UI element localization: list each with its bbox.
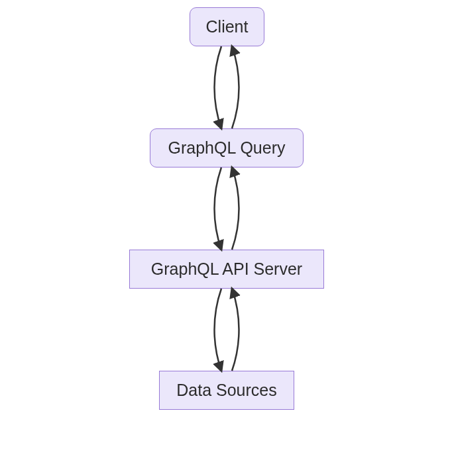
edge-client-to-query <box>215 46 222 128</box>
graphql-flow-diagram: Client GraphQL Query GraphQL API Server … <box>0 0 452 476</box>
edge-server-to-data <box>215 289 222 371</box>
node-client: Client <box>190 7 264 46</box>
node-data: Data Sources <box>159 371 294 410</box>
edge-server-to-query <box>232 167 239 250</box>
node-label: Client <box>206 17 249 36</box>
node-label: Data Sources <box>176 381 276 400</box>
node-query: GraphQL Query <box>150 128 304 167</box>
edge-query-to-client <box>232 46 239 128</box>
node-label: GraphQL Query <box>168 138 286 158</box>
edge-query-to-server <box>215 167 222 250</box>
node-server: GraphQL API Server <box>129 250 324 289</box>
node-label: GraphQL API Server <box>151 260 302 279</box>
edge-data-to-server <box>232 289 239 371</box>
